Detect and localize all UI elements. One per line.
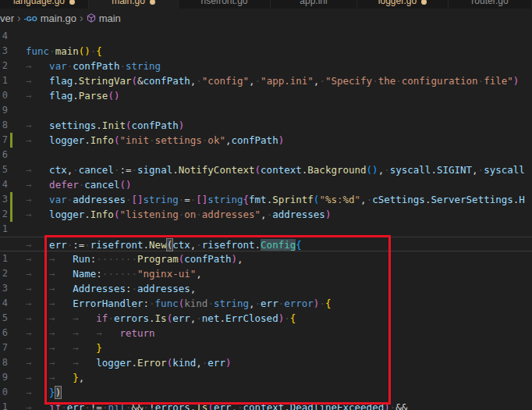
code-line[interactable]: 3func·main()·{ [0,44,532,59]
tab-label: router.go [471,0,508,9]
code-token: · [73,164,79,176]
code-token: string [207,194,243,205]
line-number: 0 [0,88,8,103]
code-line[interactable]: 6→ → → → return [0,326,532,340]
code-token: "config" [202,75,249,87]
code-line[interactable]: 2→ logger.Info("listening·on·addresses",… [0,207,532,222]
code-token: · [207,298,214,309]
code-text: → defer·cancel() [12,177,132,192]
code-token: file" [484,75,513,87]
code-token: flag [49,90,73,102]
code-token: () [367,164,378,176]
code-token: syscall [484,164,525,176]
code-line[interactable]: 0→ flag.Parse() [0,88,532,103]
code-line[interactable]: 2→ → Name:······"nginx-ui", [0,266,532,281]
code-token: . [73,75,79,87]
code-line[interactable]: 9 [0,103,532,118]
code-token: context [261,164,302,176]
code-token: Is [155,312,167,324]
code-token: cancel [84,179,119,191]
code-token: [] [131,194,143,205]
code-line[interactable]: 4→ → ErrorHandler:·func(kind·string,·err… [0,296,532,311]
code-token: if [49,401,61,410]
tab-app.ini[interactable]: app.ini [271,0,357,9]
code-token: ( [207,401,214,410]
breadcrumb-item[interactable]: ver [0,12,14,24]
code-token: , [190,283,197,294]
code-token: → → [26,253,73,265]
line-number: 3 [0,44,8,59]
code-token: → [26,387,49,398]
tab-router.go[interactable]: router.go [449,0,532,9]
tab-language.go[interactable]: language.go [0,0,89,9]
code-text [12,148,26,162]
code-token: Run [73,253,90,265]
code-token: context [243,401,285,410]
code-token: confPath [132,119,179,131]
go-file-icon: -GO [24,15,37,23]
code-lines[interactable]: 43func·main()·{2→ var·confPath·string1→ … [0,29,532,410]
code-token: ErrClosed [225,312,278,324]
code-line[interactable]: 5→ ctx,·cancel·:=·signal.NotifyContext(c… [0,162,532,177]
line-number: 2 [0,207,8,222]
symbol-cube-icon [87,13,96,25]
code-line[interactable]: 8→ → → logger.Error(kind,·err) [0,355,532,370]
code-token: Background [307,164,366,176]
code-line[interactable]: 7→ logger.Info("init·settings·ok",confPa… [0,133,532,148]
code-token: ok" [207,134,225,146]
code-editor[interactable]: 43func·main()·{2→ var·confPath·string1→ … [0,28,532,410]
breadcrumb-item[interactable]: main [99,12,121,24]
code-line[interactable]: 3→ var·addresses·[]string·=·[]string{fmt… [0,192,532,207]
tab-logger.go[interactable]: logger.go [357,0,449,9]
code-token: := [119,164,131,176]
line-number: 0 [0,385,8,400]
code-token: · [395,75,402,87]
code-line[interactable]: 3→ → Addresses:·addresses, [0,281,532,296]
code-line[interactable]: 1→ → Run:·······Program(confPath), [0,251,532,266]
chevron-right-icon: › [14,12,24,24]
code-token: ctx [49,164,67,176]
code-token: errors [155,401,190,410]
code-token: · [196,312,202,324]
modified-dot-icon[interactable] [421,0,427,5]
modified-dot-icon[interactable] [150,0,155,5]
code-line[interactable]: 0→ }) [0,385,532,400]
breadcrumb-item[interactable]: main.go [41,12,76,24]
code-line[interactable]: 7→ → → } [0,340,532,355]
code-line[interactable]: 9→ → }, [0,370,532,385]
code-text: → ctx,·cancel·:=·signal.NotifyContext(co… [12,162,525,177]
code-line[interactable]: 1→ if·err·!=·nil·&&·!errors.Is(err,·cont… [0,400,532,410]
code-line[interactable]: 4 [0,29,532,44]
breadcrumb[interactable]: ver›-GOmain.go›main [0,9,532,28]
editor-tab-bar[interactable]: language.gomain.gorisefront.goapp.inilog… [0,0,532,9]
code-token: · [84,401,90,410]
code-token: Is [196,401,207,410]
code-line[interactable]: 5→ → → if·errors.Is(err,·net.ErrClosed)·… [0,311,532,326]
code-line[interactable]: 4→ defer·cancel() [0,177,532,192]
code-line[interactable]: 1→ flag.StringVar(&confPath,·"config",·"… [0,73,532,88]
line-number: 2 [0,59,8,73]
code-token: addresses" [202,209,261,220]
code-token: string [126,60,161,72]
line-number: 1 [0,73,8,88]
code-line[interactable]: 1 [0,222,532,237]
code-token: · [49,45,55,57]
code-token: · [61,401,67,410]
code-line[interactable]: 6 [0,148,532,162]
code-token: ErrorHandler [73,298,143,309]
code-token: . [73,90,79,102]
code-token: → → [26,283,73,294]
code-text: → }) [12,385,61,400]
code-line[interactable]: 2→ var·confPath·string [0,59,532,73]
code-line-current[interactable]: → err·:=·risefront.New(ctx,·risefront.Co… [0,237,532,251]
code-token: } [73,372,79,383]
tab-main.go[interactable]: main.go [89,0,179,9]
line-number: 8 [0,118,8,133]
code-token: . [84,209,90,220]
modified-dot-icon[interactable] [69,0,75,5]
code-text: → → → → return [12,326,155,340]
tab-risefront.go[interactable]: risefront.go [179,0,271,9]
code-token: DeadlineExceeded [290,401,384,410]
code-token: , [472,164,478,176]
code-line[interactable]: 8→ settings.Init(confPath) [0,118,532,133]
